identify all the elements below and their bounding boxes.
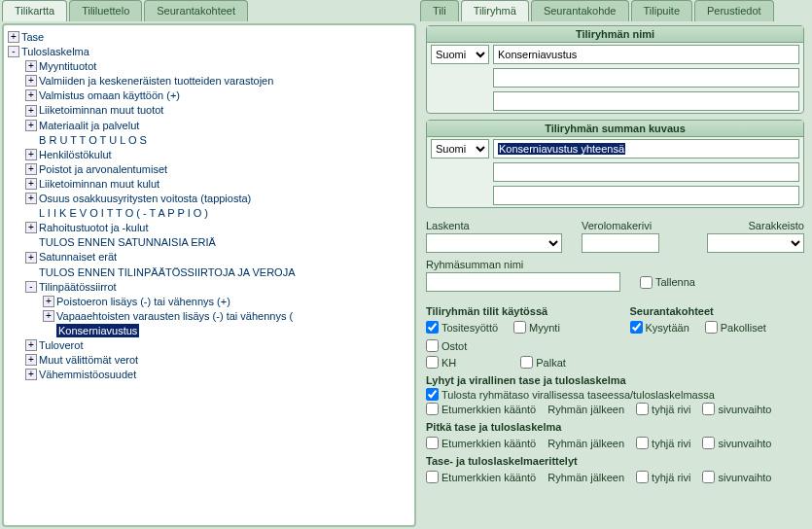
- expand-icon[interactable]: +: [25, 339, 37, 351]
- tree-node[interactable]: -Tilinpäätössiirrot: [25, 279, 410, 294]
- tree-label[interactable]: Vähemmistöosuudet: [39, 369, 136, 380]
- group-sum-input-1[interactable]: Konserniavustus yhteensä: [493, 139, 799, 159]
- erit-etumerkki-check[interactable]: [426, 471, 439, 483]
- expand-icon[interactable]: +: [8, 31, 19, 43]
- tree-node[interactable]: +Muut välittömät verot: [25, 352, 410, 367]
- expand-icon[interactable]: +: [43, 310, 54, 322]
- tab-tiliryhmä[interactable]: Tiliryhmä: [461, 0, 529, 21]
- group-name-input-3[interactable]: [493, 91, 799, 111]
- collapse-icon[interactable]: -: [25, 281, 37, 293]
- tree-node[interactable]: +Tuloverot: [25, 337, 410, 352]
- tree-label[interactable]: Valmistus omaan käyttöön (+): [39, 89, 180, 101]
- tree-node[interactable]: +Vapaaehtoisten varausten lisäys (-) tai…: [43, 308, 410, 323]
- tree-node[interactable]: +Myyntituotot: [25, 58, 410, 73]
- lang-select-1[interactable]: Suomi: [431, 45, 489, 64]
- expand-icon[interactable]: +: [25, 354, 37, 366]
- tositesyotto-check[interactable]: [426, 321, 439, 334]
- tree-label[interactable]: B R U T T O T U L O S: [39, 134, 147, 146]
- lyhyt-tyhja-check[interactable]: [636, 403, 649, 415]
- pitka-etumerkki-check[interactable]: [426, 437, 439, 449]
- tree-node[interactable]: +Tase: [8, 29, 410, 44]
- tree-label[interactable]: Tase: [21, 31, 44, 43]
- ryhmasumman-input[interactable]: [426, 272, 620, 292]
- tab-tilikartta[interactable]: Tilikartta: [2, 0, 67, 21]
- tree-label[interactable]: Materiaalit ja palvelut: [39, 120, 139, 131]
- tree-label[interactable]: Tuloslaskelma: [21, 46, 89, 57]
- expand-icon[interactable]: +: [25, 105, 37, 117]
- tab-tili[interactable]: Tili: [420, 0, 459, 21]
- expand-icon[interactable]: +: [25, 120, 37, 131]
- verolomakerivi-input[interactable]: [582, 233, 659, 253]
- tree-label[interactable]: Satunnaiset erät: [39, 252, 117, 264]
- tree-label[interactable]: Valmiiden ja keskeneräisten tuotteiden v…: [39, 75, 273, 87]
- pitka-sivu-check[interactable]: [702, 437, 715, 449]
- tulosta-check[interactable]: [426, 388, 439, 401]
- tree-label[interactable]: Poistot ja arvonalentumiset: [39, 163, 167, 175]
- expand-icon[interactable]: +: [25, 163, 37, 175]
- expand-icon[interactable]: +: [25, 75, 37, 87]
- tree-label[interactable]: Tilinpäätössiirrot: [39, 281, 117, 293]
- expand-icon[interactable]: +: [25, 369, 37, 380]
- expand-icon[interactable]: +: [25, 149, 37, 160]
- pitka-tyhja-check[interactable]: [636, 437, 649, 449]
- account-tree[interactable]: +Tase-Tuloslaskelma+Myyntituotot+Valmiid…: [2, 23, 416, 527]
- tree-label[interactable]: Konserniavustus: [56, 324, 139, 337]
- collapse-icon[interactable]: -: [8, 46, 19, 57]
- palkat-check[interactable]: [520, 356, 533, 369]
- lang-select-2[interactable]: Suomi: [431, 139, 489, 159]
- expand-icon[interactable]: +: [25, 193, 37, 204]
- tree-node[interactable]: +Satunnaiset erät: [25, 249, 410, 264]
- tab-seurantakohteet[interactable]: Seurantakohteet: [144, 0, 248, 21]
- kh-check[interactable]: [426, 356, 439, 369]
- tree-label[interactable]: Osuus osakkuusyritysten voitosta (tappio…: [39, 193, 251, 204]
- tree-label[interactable]: Muut välittömät verot: [39, 354, 138, 366]
- expand-icon[interactable]: +: [25, 252, 37, 264]
- lyhyt-sivu-check[interactable]: [702, 403, 715, 415]
- tree-label[interactable]: Rahoitustuotot ja -kulut: [39, 222, 149, 233]
- expand-icon[interactable]: +: [25, 60, 37, 72]
- tree-node[interactable]: +Vähemmistöosuudet: [25, 367, 410, 381]
- expand-icon[interactable]: +: [43, 296, 54, 307]
- tree-node[interactable]: +Poistoeron lisäys (-) tai vähennys (+): [43, 294, 410, 308]
- tree-node[interactable]: +Rahoitustuotot ja -kulut: [25, 220, 410, 234]
- tree-node[interactable]: +Materiaalit ja palvelut: [25, 118, 410, 132]
- tab-tililuettelo[interactable]: Tililuettelo: [69, 0, 142, 21]
- tree-node[interactable]: +Liiketoiminnan muut kulut: [25, 176, 410, 191]
- group-sum-input-3[interactable]: [493, 186, 799, 205]
- tree-label[interactable]: Liiketoiminnan muut kulut: [39, 178, 159, 190]
- tree-label[interactable]: Henkilöstökulut: [39, 149, 112, 160]
- tree-node[interactable]: +Liiketoiminnan muut tuotot: [25, 102, 410, 117]
- erit-tyhja-check[interactable]: [636, 471, 649, 483]
- tree-label[interactable]: Myyntituotot: [39, 60, 96, 72]
- tree-node[interactable]: +Valmistus omaan käyttöön (+): [25, 88, 410, 102]
- lyhyt-etumerkki-check[interactable]: [426, 403, 439, 415]
- ostot-check[interactable]: [426, 339, 439, 352]
- tree-label[interactable]: Tuloverot: [39, 339, 83, 351]
- pakolliset-check[interactable]: [705, 321, 718, 334]
- laskenta-select[interactable]: [426, 233, 562, 253]
- kysytaan-check[interactable]: [630, 321, 643, 334]
- tree-node[interactable]: TULOS ENNEN SATUNNAISIA ERIÄ: [25, 234, 410, 249]
- tree-node[interactable]: +Osuus osakkuusyritysten voitosta (tappi…: [25, 191, 410, 205]
- group-sum-input-2[interactable]: [493, 162, 799, 182]
- tab-seurantakohde[interactable]: Seurantakohde: [531, 0, 629, 21]
- tallenna-check[interactable]: [640, 276, 653, 289]
- tree-node[interactable]: -Tuloslaskelma: [8, 44, 410, 58]
- tree-label[interactable]: Liiketoiminnan muut tuotot: [39, 105, 163, 117]
- tree-label[interactable]: L I I K E V O I T T O ( - T A P P I O ): [39, 207, 208, 219]
- expand-icon[interactable]: +: [25, 178, 37, 190]
- tree-node[interactable]: TULOS ENNEN TILINPÄÄTÖSSIIRTOJA JA VEROJ…: [25, 264, 410, 279]
- tree-node[interactable]: +Poistot ja arvonalentumiset: [25, 161, 410, 176]
- tree-node[interactable]: B R U T T O T U L O S: [25, 132, 410, 147]
- tab-tilipuite[interactable]: Tilipuite: [631, 0, 693, 21]
- tree-node[interactable]: +Valmiiden ja keskeneräisten tuotteiden …: [25, 73, 410, 88]
- tree-node[interactable]: +Henkilöstökulut: [25, 147, 410, 161]
- tree-label[interactable]: Poistoeron lisäys (-) tai vähennys (+): [56, 296, 230, 307]
- expand-icon[interactable]: +: [25, 222, 37, 233]
- sarakkeisto-select[interactable]: [707, 233, 804, 253]
- tree-node[interactable]: Konserniavustus: [43, 323, 410, 337]
- erit-sivu-check[interactable]: [702, 471, 715, 483]
- tree-label[interactable]: TULOS ENNEN TILINPÄÄTÖSSIIRTOJA JA VEROJ…: [39, 266, 295, 278]
- tab-perustiedot[interactable]: Perustiedot: [694, 0, 774, 21]
- tree-label[interactable]: Vapaaehtoisten varausten lisäys (-) tai …: [56, 310, 293, 322]
